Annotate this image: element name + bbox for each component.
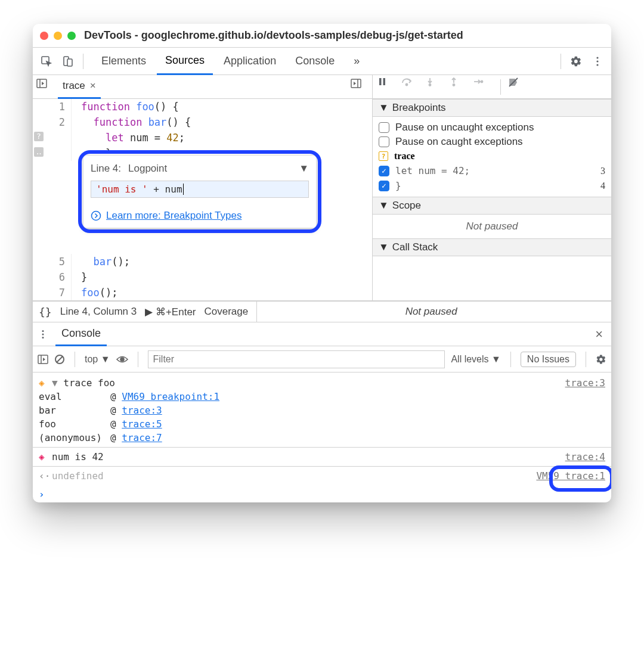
step-out-icon[interactable] xyxy=(449,77,469,97)
step-into-icon[interactable] xyxy=(425,77,445,97)
devtools-tabbar: Elements Sources Application Console » xyxy=(33,48,611,75)
paused-status: Not paused xyxy=(256,302,605,322)
kebab-menu-icon[interactable] xyxy=(587,51,608,72)
source-link[interactable]: trace:5 xyxy=(122,418,162,430)
close-file-icon[interactable]: × xyxy=(90,80,96,92)
bp-entry-4[interactable]: ✓}4 xyxy=(379,178,605,193)
gutter-7[interactable]: 7 xyxy=(33,285,71,300)
clear-console-icon[interactable] xyxy=(54,354,65,365)
bp-type-select[interactable]: Logpoint ▼ xyxy=(128,162,309,176)
issues-button[interactable]: No Issues xyxy=(521,352,576,367)
gutter-5[interactable]: 5 xyxy=(33,254,71,269)
callstack-header[interactable]: ▼Call Stack xyxy=(373,238,611,256)
source-link[interactable]: trace:3 xyxy=(565,377,605,389)
gutter-1[interactable]: 1 xyxy=(33,99,71,114)
context-selector[interactable]: top ▼ xyxy=(85,354,110,365)
source-link[interactable]: VM59 trace:1 xyxy=(536,470,605,482)
svg-rect-2 xyxy=(67,59,72,66)
chevron-down-icon: ▼ xyxy=(299,163,309,175)
gutter-2[interactable]: 2 xyxy=(33,114,71,130)
inspect-element-icon[interactable] xyxy=(36,51,57,72)
svg-line-27 xyxy=(57,356,63,362)
svg-rect-11 xyxy=(383,78,386,85)
bp-learn-more-link[interactable]: Learn more: Breakpoint Types xyxy=(91,210,309,222)
file-tab-trace[interactable]: trace × xyxy=(58,75,101,99)
svg-point-18 xyxy=(481,80,483,82)
svg-point-21 xyxy=(42,330,44,332)
svg-point-16 xyxy=(453,84,455,86)
console-trace-row[interactable]: ◈ ▼ trace foo trace:3 xyxy=(39,376,605,390)
svg-point-4 xyxy=(596,60,598,62)
gutter-6[interactable]: 6 xyxy=(33,269,71,285)
tab-elements[interactable]: Elements xyxy=(93,48,154,75)
bp-entry-3[interactable]: ✓let num = 42;3 xyxy=(379,163,605,178)
source-link[interactable]: VM69 breakpoint:1 xyxy=(122,391,219,402)
tab-more[interactable]: » xyxy=(345,48,368,75)
source-link[interactable]: trace:7 xyxy=(122,432,162,443)
svg-point-28 xyxy=(120,358,124,361)
console-drawer-tab[interactable]: Console xyxy=(55,322,107,346)
eye-icon[interactable] xyxy=(116,355,128,364)
pretty-print-icon[interactable]: {} xyxy=(39,306,52,318)
step-icon[interactable] xyxy=(473,77,493,97)
stack-frame[interactable]: eval@ VM69 breakpoint:1 xyxy=(39,390,605,403)
scope-header[interactable]: ▼Scope xyxy=(373,197,611,215)
tab-application[interactable]: Application xyxy=(215,48,284,75)
trace-badge-icon: ◈ xyxy=(39,377,52,389)
stack-frame[interactable]: foo@ trace:5 xyxy=(39,417,605,431)
close-window-icon[interactable] xyxy=(40,32,48,40)
svg-point-20 xyxy=(92,212,101,221)
drawer-kebab-icon[interactable] xyxy=(38,329,55,340)
console-prompt[interactable]: › xyxy=(33,486,611,502)
log-levels-selector[interactable]: All levels ▼ xyxy=(451,354,500,365)
window-title: DevTools - googlechrome.github.io/devtoo… xyxy=(84,29,463,42)
pause-caught-checkbox[interactable]: Pause on caught exceptions xyxy=(379,135,605,149)
return-arrow-icon: ‹· xyxy=(39,470,52,482)
device-toggle-icon[interactable] xyxy=(58,51,78,72)
console-filter-input[interactable] xyxy=(148,350,445,368)
maximize-window-icon[interactable] xyxy=(67,32,76,40)
minimize-window-icon[interactable] xyxy=(54,32,62,40)
arrow-right-circle-icon xyxy=(91,210,101,221)
gutter-4[interactable]: ‥4 xyxy=(33,145,71,161)
cursor-position: Line 4, Column 3 xyxy=(60,306,137,318)
console-logpoint-row[interactable]: ◈ num is 42 trace:4 xyxy=(39,450,605,464)
cond-bp-badge-icon: ? xyxy=(379,151,388,161)
disclosure-triangle-icon: ▼ xyxy=(379,241,389,253)
bp-expression-input[interactable]: 'num is ' + num xyxy=(91,181,309,198)
logpoint-icon: ‥ xyxy=(34,147,44,157)
settings-icon[interactable] xyxy=(566,51,586,72)
run-snippet-button[interactable]: ▶ ⌘+Enter xyxy=(145,306,196,318)
close-drawer-icon[interactable]: × xyxy=(592,327,606,342)
bp-file-group[interactable]: ?trace xyxy=(379,149,605,163)
gutter-3[interactable]: ?3 xyxy=(33,130,71,145)
svg-point-5 xyxy=(596,64,598,66)
deactivate-breakpoints-icon[interactable] xyxy=(508,77,528,97)
breakpoint-editor-popup[interactable]: Line 4: Logpoint ▼ 'num is ' + num Learn… xyxy=(80,153,319,231)
pause-icon[interactable] xyxy=(377,77,398,97)
logpoint-badge-icon: ◈ xyxy=(39,451,52,462)
svg-point-14 xyxy=(429,84,431,86)
console-sidebar-toggle-icon[interactable] xyxy=(38,354,48,365)
source-link[interactable]: trace:3 xyxy=(122,405,162,416)
breakpoints-header[interactable]: ▼Breakpoints xyxy=(373,99,611,117)
tab-sources[interactable]: Sources xyxy=(157,48,213,75)
console-output[interactable]: ◈ ▼ trace foo trace:3 eval@ VM69 breakpo… xyxy=(33,372,611,486)
disclosure-triangle-icon: ▼ xyxy=(379,102,389,114)
coverage-button[interactable]: Coverage xyxy=(205,306,249,318)
scope-body: Not paused xyxy=(373,215,611,238)
more-tabs-icon[interactable] xyxy=(351,78,369,96)
tab-console[interactable]: Console xyxy=(287,48,343,75)
console-return-row: ‹· undefined VM59 trace:1 xyxy=(39,469,605,483)
conditional-bp-icon: ? xyxy=(34,132,44,141)
console-settings-icon[interactable] xyxy=(596,354,606,365)
stack-frame[interactable]: (anonymous)@ trace:7 xyxy=(39,431,605,445)
stack-frame[interactable]: bar@ trace:3 xyxy=(39,403,605,417)
svg-point-12 xyxy=(406,83,408,85)
navigator-toggle-icon[interactable] xyxy=(36,78,54,96)
step-over-icon[interactable] xyxy=(401,77,422,97)
pause-uncaught-checkbox[interactable]: Pause on uncaught exceptions xyxy=(379,120,605,135)
titlebar: DevTools - googlechrome.github.io/devtoo… xyxy=(33,24,611,48)
source-link[interactable]: trace:4 xyxy=(565,451,605,462)
bp-line-label: Line 4: xyxy=(91,163,121,175)
